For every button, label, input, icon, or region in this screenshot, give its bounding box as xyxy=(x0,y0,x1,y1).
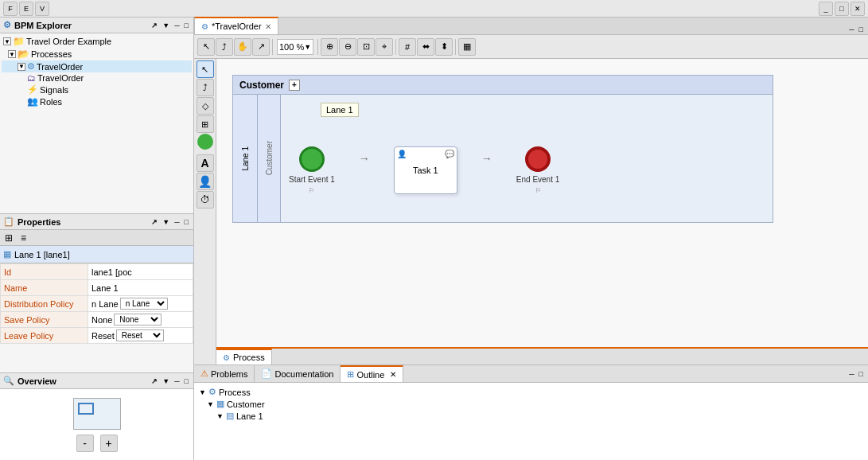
tree-root[interactable]: ▼ 📁 Travel Order Example xyxy=(2,35,192,48)
tool-zoom-in[interactable]: ⊕ xyxy=(321,38,338,56)
overview-menu-icon[interactable]: ▼ xyxy=(161,376,171,386)
task-shape[interactable]: 👤 💬 Task 1 xyxy=(394,146,457,194)
tree-processes[interactable]: ▼ 📂 Processes xyxy=(2,48,192,60)
overview-max-icon[interactable]: □ xyxy=(183,376,190,386)
tool-zoom-out[interactable]: ⊖ xyxy=(339,38,356,56)
tab-outline[interactable]: ⊞ Outline ✕ xyxy=(341,365,403,382)
tool-vert[interactable]: ⬍ xyxy=(435,38,453,56)
end-event-element[interactable]: End Event 1 ⚐ xyxy=(516,146,559,194)
tool-export[interactable]: ▦ xyxy=(458,38,476,56)
tool-connect[interactable]: ↗ xyxy=(252,38,270,56)
prop-tab-grid[interactable]: ⊞ xyxy=(2,232,16,244)
lane-col-2: Customer xyxy=(257,95,280,222)
start-event-badge: ⚐ xyxy=(309,187,314,194)
prop-value-name[interactable]: Lane 1 xyxy=(88,280,193,296)
explorer-max-icon[interactable]: □ xyxy=(183,21,190,30)
explorer-restore-icon[interactable]: ↗ xyxy=(150,21,159,30)
lt-gateway-btn[interactable]: ◇ xyxy=(197,97,214,115)
processes-toggle[interactable]: ▼ xyxy=(8,50,16,58)
explorer-min-icon[interactable]: ─ xyxy=(173,21,181,30)
prop-value-id[interactable]: lane1 [poc xyxy=(88,264,193,280)
overview-zoomin-btn[interactable]: + xyxy=(100,435,118,452)
lt-timer-btn[interactable]: ⏱ xyxy=(197,191,214,209)
lt-cursor-btn[interactable]: ↖ xyxy=(197,60,214,78)
outline-close-icon[interactable]: ✕ xyxy=(390,370,396,379)
tool-move[interactable]: ✋ xyxy=(234,38,251,56)
bottom-min-icon[interactable]: ─ xyxy=(847,369,855,379)
prop-max-icon[interactable]: □ xyxy=(183,217,190,227)
prop-min-icon[interactable]: ─ xyxy=(173,217,181,227)
task-element[interactable]: 👤 💬 Task 1 xyxy=(394,146,457,194)
outline-process-icon: ⚙ xyxy=(208,387,216,397)
zoom-value: 100 % xyxy=(279,42,304,52)
canvas-bottom-tab: ⚙ Process xyxy=(216,347,868,364)
bpm-explorer-header: ⚙ BPM Explorer ↗ ▼ ─ □ xyxy=(0,18,193,33)
prop-label-save: Save Policy xyxy=(1,312,88,328)
tab-close-btn[interactable]: ✕ xyxy=(265,22,271,31)
outline-customer[interactable]: ▼ ▦ Customer xyxy=(197,398,865,410)
prop-value-leave[interactable]: Reset Reset xyxy=(88,328,193,344)
editor-tab-bar: ⚙ *TravelOrder ✕ ─ □ xyxy=(194,18,868,35)
tree-business-objects[interactable]: 🗂 TravelOrder xyxy=(2,72,192,84)
outline-lane1-toggle[interactable]: ▼ xyxy=(216,412,224,420)
zoom-control: 100 % ▼ xyxy=(277,39,313,55)
tool-select[interactable]: ↖ xyxy=(197,38,215,56)
processes-label: Processes xyxy=(31,49,72,59)
prop-menu-icon[interactable]: ▼ xyxy=(161,217,171,227)
window-maximize[interactable]: □ xyxy=(835,2,849,16)
tab-documentation[interactable]: 📄 Documentation xyxy=(255,365,341,382)
overview-restore-icon[interactable]: ↗ xyxy=(150,376,159,386)
tool-grid[interactable]: # xyxy=(399,38,416,56)
leave-dropdown[interactable]: Reset xyxy=(116,329,164,341)
tab-problems[interactable]: ⚠ Problems xyxy=(194,365,255,382)
properties-table: Id lane1 [poc Name Lane 1 Distribution P… xyxy=(0,263,193,344)
overview-min-icon[interactable]: ─ xyxy=(173,376,181,386)
outline-customer-toggle[interactable]: ▼ xyxy=(207,400,214,408)
canvas-process-tab[interactable]: ⚙ Process xyxy=(216,349,272,364)
lt-subprocess-btn[interactable]: ⊞ xyxy=(197,115,214,133)
prop-value-save[interactable]: None None xyxy=(88,312,193,328)
lt-user-task-btn[interactable]: 👤 xyxy=(197,173,214,190)
prop-tab-list[interactable]: ≡ xyxy=(18,232,29,244)
root-toggle[interactable]: ▼ xyxy=(3,37,11,45)
travelorder-toggle[interactable]: ▼ xyxy=(18,63,25,71)
explorer-menu-icon[interactable]: ▼ xyxy=(161,21,171,30)
lt-sequence-btn[interactable]: ⤴ xyxy=(197,79,214,96)
editor-tab-travelorder[interactable]: ⚙ *TravelOrder ✕ xyxy=(194,17,278,34)
overview-zoomout-btn[interactable]: - xyxy=(76,435,94,452)
end-event-badge: ⚐ xyxy=(535,187,541,194)
zoom-dropdown-icon[interactable]: ▼ xyxy=(304,43,311,51)
tree-travelorder[interactable]: ▼ ⚙ TravelOrder xyxy=(2,60,192,72)
distrib-dropdown[interactable]: n Lane xyxy=(120,298,168,310)
bottom-max-icon[interactable]: □ xyxy=(858,369,865,379)
canvas-container[interactable]: Customer + Lane 1 Customer xyxy=(216,59,868,364)
tool-sequence[interactable]: ⤴ xyxy=(216,38,233,56)
task-user-icon: 👤 xyxy=(397,150,407,158)
tree-roles[interactable]: 👥 Roles xyxy=(2,96,192,107)
task-label: Task 1 xyxy=(413,166,438,175)
window-close[interactable]: ✕ xyxy=(850,2,865,16)
process-tab-icon: ⚙ xyxy=(223,353,230,362)
outline-process-toggle[interactable]: ▼ xyxy=(199,388,206,396)
lt-start-event-btn[interactable] xyxy=(197,134,213,150)
outline-lane1[interactable]: ▼ ▤ Lane 1 xyxy=(197,410,865,422)
tool-actual[interactable]: ⌖ xyxy=(376,38,393,56)
prop-value-distrib[interactable]: n Lane n Lane xyxy=(88,296,193,312)
lt-text-btn[interactable]: A xyxy=(197,154,214,172)
tool-horiz[interactable]: ⬌ xyxy=(417,38,434,56)
tree-signals[interactable]: ⚡ Signals xyxy=(2,84,192,96)
menu-view[interactable]: V xyxy=(35,2,49,16)
outline-process[interactable]: ▼ ⚙ Process xyxy=(197,386,865,398)
editor-min-icon[interactable]: ─ xyxy=(847,25,855,34)
prop-restore-icon[interactable]: ↗ xyxy=(150,217,159,227)
pool-add-btn[interactable]: + xyxy=(289,80,300,91)
editor-max-icon[interactable]: □ xyxy=(858,25,865,34)
prop-label-id: Id xyxy=(1,264,88,280)
prop-lane-icon: ▦ xyxy=(3,249,11,259)
start-event-element[interactable]: Start Event 1 ⚐ xyxy=(289,146,335,194)
window-minimize[interactable]: _ xyxy=(819,2,833,16)
menu-edit[interactable]: E xyxy=(19,2,33,16)
menu-file[interactable]: F xyxy=(3,2,18,16)
save-dropdown[interactable]: None xyxy=(114,314,162,326)
tool-fit[interactable]: ⊡ xyxy=(357,38,375,56)
